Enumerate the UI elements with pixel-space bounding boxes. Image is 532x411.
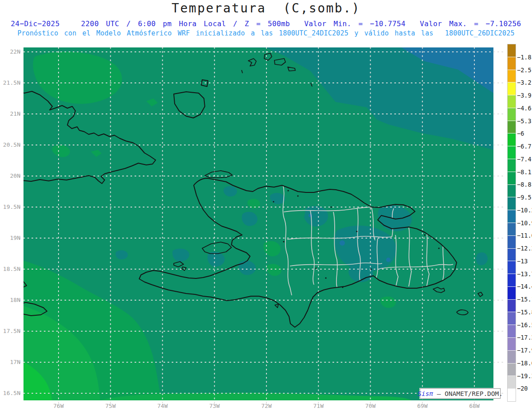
- lat-tick-label: 19N: [0, 235, 20, 242]
- lat-tick-label: 20N: [0, 172, 20, 180]
- colorbar-segment: [508, 133, 516, 146]
- colorbar-tick-label: −6.7: [517, 143, 532, 150]
- lon-tick-label: 73W: [201, 403, 228, 409]
- colorbar-segment: [508, 236, 516, 249]
- colorbar-tick-label: −14.4: [517, 283, 532, 290]
- lat-tick-label: 20.5N: [0, 141, 20, 149]
- colorbar-segment: [508, 223, 516, 236]
- colorbar-segment: [508, 185, 516, 198]
- lat-tick-label: 22N: [0, 48, 20, 55]
- colorbar-tick-label: −3.9: [517, 92, 532, 99]
- colorbar-tick-label: −3.2: [517, 79, 532, 86]
- colorbar-tick-label: −19.3: [517, 372, 532, 380]
- colorbar-segment: [508, 300, 516, 313]
- colorbar-segment: [508, 95, 516, 108]
- colorbar-tick-label: −13.7: [517, 270, 532, 278]
- colorbar: [508, 44, 516, 401]
- colorbar-segment: [508, 274, 516, 287]
- colorbar-segment: [508, 108, 516, 121]
- colorbar-tick-label: −7.4: [517, 156, 532, 163]
- colorbar-segment: [508, 376, 516, 389]
- watermark-brand: Sisπ: [418, 390, 433, 397]
- colorbar-tick-label: −8.8: [517, 181, 532, 188]
- weather-map-figure: Temperatura (C,somb.) 24−Dic−2025 2200 U…: [0, 0, 532, 411]
- map-plot: [0, 0, 532, 411]
- colorbar-segment: [508, 351, 516, 364]
- lat-tick-label: 16.5N: [0, 390, 20, 397]
- colorbar-segment: [508, 312, 516, 325]
- colorbar-segment: [508, 389, 516, 401]
- lon-tick-label: 76W: [45, 403, 72, 409]
- watermark-org: – ONAMET/REP.DOM.: [433, 390, 503, 397]
- colorbar-segment: [508, 70, 516, 83]
- colorbar-segment: [508, 82, 516, 95]
- colorbar-tick-label: −8.1: [517, 168, 532, 176]
- lon-tick-label: 69W: [409, 403, 436, 409]
- colorbar-segment: [508, 197, 516, 210]
- colorbar-tick-label: −10.9: [517, 219, 532, 227]
- colorbar-segment: [508, 121, 516, 134]
- colorbar-tick-label: −20: [517, 385, 528, 392]
- colorbar-tick-label: −12.3: [517, 245, 532, 252]
- colorbar-tick-label: −4.6: [517, 105, 532, 112]
- lat-tick-label: 21N: [0, 110, 20, 117]
- colorbar-tick-label: −16.5: [517, 321, 532, 329]
- colorbar-tick-label: −10.2: [517, 207, 532, 214]
- colorbar-segment: [508, 325, 516, 338]
- lon-tick-label: 70W: [357, 403, 384, 409]
- colorbar-tick-label: −6: [517, 130, 524, 137]
- colorbar-tick-label: −17.9: [517, 347, 532, 354]
- lon-tick-label: 72W: [253, 403, 280, 409]
- lon-tick-label: 74W: [149, 403, 176, 409]
- colorbar-tick-label: −17.2: [517, 334, 532, 341]
- lat-tick-label: 17N: [0, 359, 20, 366]
- lat-tick-label: 18N: [0, 297, 20, 304]
- colorbar-tick-label: −1.8: [517, 54, 532, 61]
- colorbar-tick-label: −5.3: [517, 117, 532, 125]
- colorbar-tick-label: −2.5: [517, 67, 532, 74]
- colorbar-segment: [508, 57, 516, 70]
- colorbar-tick-label: −18.6: [517, 360, 532, 367]
- colorbar-segment: [508, 287, 516, 300]
- watermark-badge: Sisπ – ONAMET/REP.DOM.: [420, 388, 501, 399]
- lon-tick-label: 68W: [461, 403, 488, 409]
- colorbar-segment: [508, 210, 516, 223]
- colorbar-tick-label: −15.8: [517, 309, 532, 316]
- colorbar-segment: [508, 338, 516, 351]
- lat-tick-label: 18.5N: [0, 266, 20, 273]
- lon-tick-label: 71W: [305, 403, 332, 409]
- colorbar-segment: [508, 146, 516, 159]
- colorbar-tick-label: −13: [517, 258, 528, 265]
- colorbar-segment: [508, 44, 516, 57]
- colorbar-segment: [508, 364, 516, 376]
- colorbar-tick-label: −9.5: [517, 194, 532, 201]
- lon-tick-label: 75W: [97, 403, 124, 409]
- lat-tick-label: 21.5N: [0, 79, 20, 86]
- lat-tick-label: 17.5N: [0, 328, 20, 335]
- lat-tick-label: 19.5N: [0, 204, 20, 211]
- colorbar-segment: [508, 261, 516, 274]
- colorbar-segment: [508, 249, 516, 262]
- map-shading: [23, 47, 493, 400]
- colorbar-segment: [508, 172, 516, 185]
- colorbar-segment: [508, 159, 516, 172]
- colorbar-tick-label: −11.6: [517, 232, 532, 239]
- colorbar-tick-label: −15.1: [517, 296, 532, 303]
